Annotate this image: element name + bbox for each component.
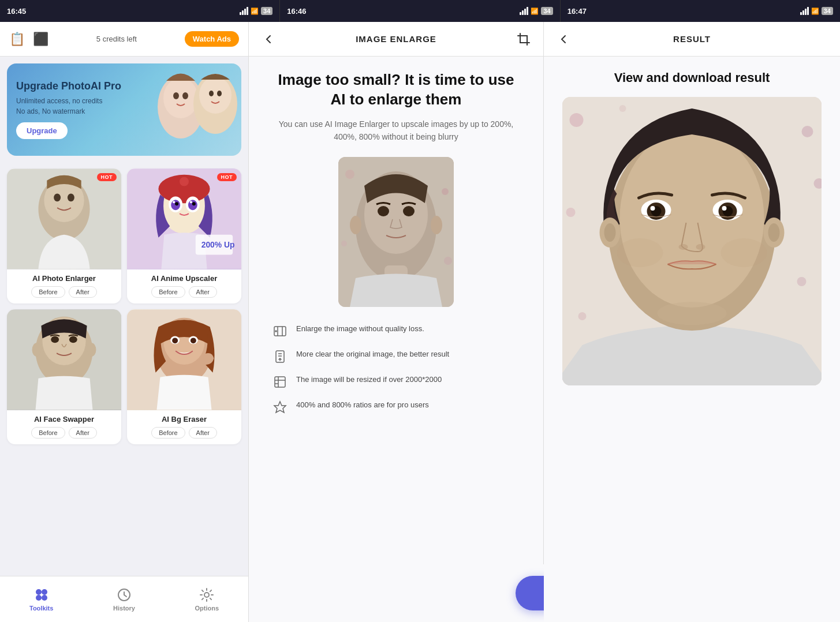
svg-point-33 [87,343,96,357]
wifi-icon-mid: 📶 [531,8,539,15]
before-after-anime: Before After [127,286,241,303]
status-bar: 16:45 📶 34 16:46 📶 34 16:47 📶 34 [0,0,840,22]
status-segment-left: 16:45 📶 34 [0,0,279,22]
battery-left: 34 [261,7,272,15]
svg-point-12 [68,193,74,201]
svg-point-86 [651,206,655,211]
svg-point-67 [566,208,576,217]
battery-right: 34 [822,7,833,15]
nav-toolkits[interactable]: Toolkits [0,587,83,612]
before-btn-bg[interactable]: Before [151,427,185,439]
before-after-enlarger: Before After [7,286,121,303]
feature-icon-2 [272,374,288,390]
feature-icon-3 [272,399,288,415]
svg-point-22 [192,202,196,205]
tool-image-bg [127,309,241,410]
preview-image [338,157,454,307]
tool-name-enlarger: AI Photo Enlarger [7,269,121,286]
result-face-svg [562,97,822,385]
tool-image-enlarger [7,168,121,269]
status-icons-right: 📶 34 [800,7,833,15]
nav-toolkits-label: Toolkits [29,605,53,612]
status-icons-mid: 📶 34 [520,7,552,15]
upgrade-button[interactable]: Upgrade [16,122,68,139]
svg-point-44 [42,595,47,601]
svg-point-56 [345,170,354,179]
hero-title: Image too small? It is time to use AI to… [272,70,520,110]
before-btn-enlarger[interactable]: Before [31,286,65,298]
after-btn-bg[interactable]: After [189,427,217,439]
before-btn-face[interactable]: Before [31,427,65,439]
tool-grid: HOT AI Photo Enlarger Before After [0,163,248,450]
time-mid: 16:46 [287,7,306,16]
mid-subtitle: You can use AI Image Enlarger to upscale… [272,118,520,144]
back-button-right[interactable] [553,29,574,50]
svg-point-54 [431,216,442,234]
svg-point-70 [797,277,807,286]
result-title: View and download result [562,70,822,85]
preview-face-svg [338,157,454,307]
tool-card-face-swapper[interactable]: AI Face Swapper Before After [7,309,121,444]
options-icon [199,587,214,602]
panel-left: 📋 ⬛ 5 credits left Watch Ads Upgrade Pho… [0,22,248,622]
scan-icon[interactable]: ⬛ [33,32,48,47]
nav-history[interactable]: History [83,587,165,612]
wifi-icon-right: 📶 [811,8,819,15]
svg-point-43 [36,595,42,601]
tool-card-photo-enlarger[interactable]: HOT AI Photo Enlarger Before After [7,168,121,303]
tool-card-bg-eraser[interactable]: AI Bg Eraser Before After [127,309,241,444]
panel-right: RESULT View and download result [544,22,840,622]
svg-point-51 [378,206,389,216]
after-btn-face[interactable]: After [69,427,97,439]
mid-header: IMAGE ENLARGE [249,22,543,57]
after-btn-anime[interactable]: After [189,286,217,298]
svg-point-46 [204,593,209,597]
panel-mid: IMAGE ENLARGE Image too small? It is tim… [248,22,544,622]
before-btn-anime[interactable]: Before [151,286,185,298]
svg-point-41 [36,589,42,595]
credits-label: 5 credits left [96,35,137,43]
crop-button[interactable] [513,29,534,50]
enlarger-preview [7,168,121,269]
svg-point-40 [191,338,196,343]
feature-text-3: 400% and 800% ratios are for pro users [296,399,429,411]
left-header-icons: 📋 ⬛ [9,32,48,47]
feature-item-3: 400% and 800% ratios are for pro users [272,399,520,415]
svg-point-87 [722,206,727,211]
svg-point-31 [69,336,77,343]
svg-point-32 [32,343,42,357]
anime-preview: 200% Up [127,168,241,269]
feature-text-0: Enlarge the image without quality loss. [296,323,424,335]
upgrade-title: Upgrade PhotoAI Pro [16,80,232,92]
hot-badge-enlarger: HOT [97,173,117,181]
feature-list: Enlarge the image without quality loss. … [272,323,520,415]
svg-point-91 [721,238,767,267]
svg-point-53 [350,216,361,234]
nav-options-label: Options [195,605,219,612]
svg-point-89 [696,244,705,250]
before-after-face: Before After [7,427,121,444]
upgrade-text: Upgrade PhotoAI Pro Unlimited access, no… [16,80,232,139]
upgrade-line1: Unlimited access, no credits [16,96,232,106]
back-button-mid[interactable] [258,29,279,50]
book-icon[interactable]: 📋 [9,32,25,47]
svg-point-11 [54,193,61,201]
nav-options[interactable]: Options [166,587,248,612]
toolkits-icon [34,587,49,602]
svg-point-90 [617,238,663,267]
tool-card-anime[interactable]: HOT [127,168,241,303]
upgrade-line2: No ads, No watermark [16,106,232,117]
after-btn-enlarger[interactable]: After [69,286,97,298]
feature-item-2: The image will be resized if over 2000*2… [272,374,520,390]
svg-text:200% Up: 200% Up [201,240,235,249]
status-segment-mid: 16:46 📶 34 [280,0,559,22]
watch-ads-button[interactable]: Watch Ads [185,31,239,47]
status-segment-right: 16:47 📶 34 [561,0,840,22]
svg-point-21 [175,202,178,205]
svg-point-23 [173,201,175,203]
svg-point-61 [275,331,277,332]
right-header: RESULT [544,22,840,57]
signal-icon-left [240,7,248,15]
svg-point-16 [180,177,189,186]
svg-point-57 [442,188,449,195]
